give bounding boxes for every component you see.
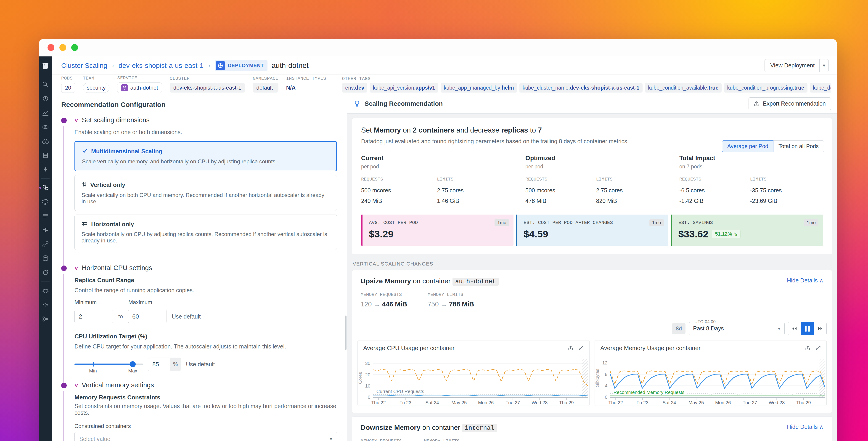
cluster-label: CLUSTER <box>170 76 245 81</box>
export-chart-icon[interactable] <box>805 345 810 351</box>
sidebar-item-integrations[interactable] <box>39 163 52 177</box>
svg-text:Tue 27: Tue 27 <box>505 400 520 405</box>
team-value[interactable]: security <box>83 83 110 93</box>
sidebar-item-metrics[interactable] <box>39 106 52 120</box>
sidebar-item-security[interactable] <box>39 284 52 298</box>
sidebar-item-apm[interactable] <box>39 223 52 237</box>
chevron-down-icon[interactable]: ▾ <box>819 63 829 68</box>
pause-button[interactable] <box>801 322 814 335</box>
tag-chip[interactable]: kube_deleted:false <box>810 83 831 92</box>
cost-value: $4.59 <box>524 229 662 240</box>
cpu-target-slider[interactable]: Min Max <box>74 363 143 365</box>
hide-details-link[interactable]: Hide Details ∧ <box>787 277 824 284</box>
config-title: Recommendation Configuration <box>61 101 337 109</box>
svg-text:Wed 28: Wed 28 <box>769 400 785 405</box>
breadcrumb: Cluster Scaling › dev-eks-shopist-a-us-e… <box>52 56 837 75</box>
sidebar-item-logs[interactable] <box>39 209 52 223</box>
scaling-option-multidimensional-scaling[interactable]: Multidimensional ScalingScale vertically… <box>74 141 337 171</box>
svg-text:Recommended Memory Requests: Recommended Memory Requests <box>614 389 685 394</box>
sidebar-item-containers[interactable] <box>39 180 52 195</box>
sidebar-item-watch[interactable] <box>39 120 52 134</box>
minimize-window-button[interactable] <box>59 44 66 51</box>
forward-button[interactable] <box>814 322 827 335</box>
namespace-value[interactable]: default <box>253 83 278 92</box>
section-header[interactable]: ∨ Vertical memory settings <box>74 381 337 389</box>
tag-chip[interactable]: kube_app_managed_by:helm <box>441 83 517 92</box>
chevron-down-icon[interactable]: ∨ <box>74 265 79 271</box>
scaling-option-horizontal-only[interactable]: Horizontal onlyScale horizontally on CPU… <box>74 214 337 250</box>
cpu-target-input[interactable] <box>148 358 170 371</box>
recommendation-header: Scaling Recommendation Export Recommenda… <box>347 94 837 114</box>
view-deployment-button[interactable]: View Deployment ▾ <box>765 59 829 72</box>
scaling-recommendation-panel: Scaling Recommendation Export Recommenda… <box>347 94 837 441</box>
step-indicator <box>61 266 67 271</box>
cluster-field: CLUSTER dev-eks-shopist-a-us-east-1 <box>170 76 245 92</box>
tag-chip[interactable]: kube_cluster_name:dev-eks-shopist-a-us-e… <box>520 83 643 92</box>
svg-text:Thu 22: Thu 22 <box>371 400 386 405</box>
replica-count-range-title: Replica Count Range <box>74 277 337 284</box>
container-chip[interactable]: internal <box>462 424 497 432</box>
timeframe-chip[interactable]: 8d <box>672 323 685 334</box>
sidebar-item-monitoring[interactable] <box>39 298 52 312</box>
chart-plot-area[interactable]: 0102030CoresThu 22Fri 23Sat 24May 25Mon … <box>358 356 589 406</box>
section-header[interactable]: ∨ Set scaling dimensions <box>74 116 337 124</box>
hide-details-link[interactable]: Hide Details ∧ <box>787 423 824 430</box>
slider-handle[interactable] <box>130 361 136 367</box>
maximize-window-button[interactable] <box>71 44 78 51</box>
tag-chip[interactable]: kube_condition_progressing:true <box>724 83 807 92</box>
maximum-replicas-input[interactable] <box>128 310 167 323</box>
requests-label: REQUESTS <box>361 177 437 182</box>
breadcrumb-cluster-scaling[interactable]: Cluster Scaling <box>61 62 107 69</box>
chart-plot-area[interactable]: 04812GibibytesThu 22Fri 23Sat 24May 25Mo… <box>595 356 827 406</box>
section-header[interactable]: ∨ Horizontal CPU settings <box>74 264 337 272</box>
tag-chip[interactable]: env:dev <box>342 83 367 92</box>
export-recommendation-button[interactable]: Export Recommendation <box>748 97 831 110</box>
recommendation-configuration-panel: Recommendation Configuration ∨ Set scali… <box>52 94 347 441</box>
total-all-pods-toggle[interactable]: Total on all Pods <box>773 140 824 152</box>
view-deployment-label: View Deployment <box>770 62 814 69</box>
rewind-button[interactable] <box>788 322 801 335</box>
chevron-down-icon[interactable]: ∨ <box>74 117 79 123</box>
service-value[interactable]: auth-dotnet <box>117 83 162 93</box>
sidebar-item-ci[interactable] <box>39 266 52 280</box>
deployment-chip[interactable]: DEPLOYMENT <box>215 60 268 71</box>
use-default-link[interactable]: Use default <box>172 313 200 320</box>
tag-chip[interactable]: kube_condition_available:true <box>645 83 721 92</box>
use-default-link[interactable]: Use default <box>186 361 215 368</box>
container-chip[interactable]: auth-dotnet <box>453 277 499 286</box>
average-per-pod-toggle[interactable]: Average per Pod <box>722 140 774 152</box>
datadog-logo-icon[interactable] <box>41 61 50 70</box>
option-title: Vertical only <box>90 181 125 188</box>
column-title: Current <box>361 155 513 162</box>
sidebar-item-cloud-cost[interactable] <box>39 195 52 209</box>
cluster-value[interactable]: dev-eks-shopist-a-us-east-1 <box>170 83 245 92</box>
slider-min-tick <box>93 362 94 366</box>
time-range-select[interactable]: UTC-04:00Past 8 Days▾ <box>689 322 785 335</box>
export-chart-icon[interactable] <box>568 345 574 351</box>
svg-text:12: 12 <box>602 360 608 365</box>
sidebar-item-search[interactable] <box>39 78 52 92</box>
sidebar-item-notebooks[interactable] <box>39 148 52 163</box>
scaling-card-internal: Downsize Memory on container internalHid… <box>352 416 832 441</box>
cpu-target-value-box: % <box>148 358 181 371</box>
svg-text:0: 0 <box>368 394 370 400</box>
option-title: Horizontal only <box>91 221 134 228</box>
sidebar-item-pipelines[interactable] <box>39 312 52 326</box>
pods-value[interactable]: 20 <box>61 83 75 93</box>
sidebar-item-database[interactable] <box>39 251 52 266</box>
sidebar-item-binoculars[interactable] <box>39 134 52 148</box>
expand-chart-icon[interactable] <box>815 345 821 351</box>
chevron-down-icon[interactable]: ∨ <box>74 382 79 388</box>
sidebar-item-service-map[interactable] <box>39 237 52 251</box>
section-title: Vertical memory settings <box>82 381 154 389</box>
close-window-button[interactable] <box>48 44 54 51</box>
config-scrollbar[interactable] <box>345 316 346 350</box>
tag-chip[interactable]: kube_api_version:apps/v1 <box>370 83 438 92</box>
constrained-containers-select[interactable]: Select value ▾ <box>74 432 337 441</box>
sidebar-item-watchdog[interactable] <box>39 92 52 106</box>
breadcrumb-cluster[interactable]: dev-eks-shopist-a-us-east-1 <box>119 62 204 69</box>
minimum-replicas-input[interactable] <box>74 310 113 323</box>
option-description: Scale vertically on both CPU and memory.… <box>82 192 330 205</box>
scaling-option-vertical-only[interactable]: Vertical onlyScale vertically on both CP… <box>74 175 337 211</box>
expand-chart-icon[interactable] <box>578 345 584 351</box>
